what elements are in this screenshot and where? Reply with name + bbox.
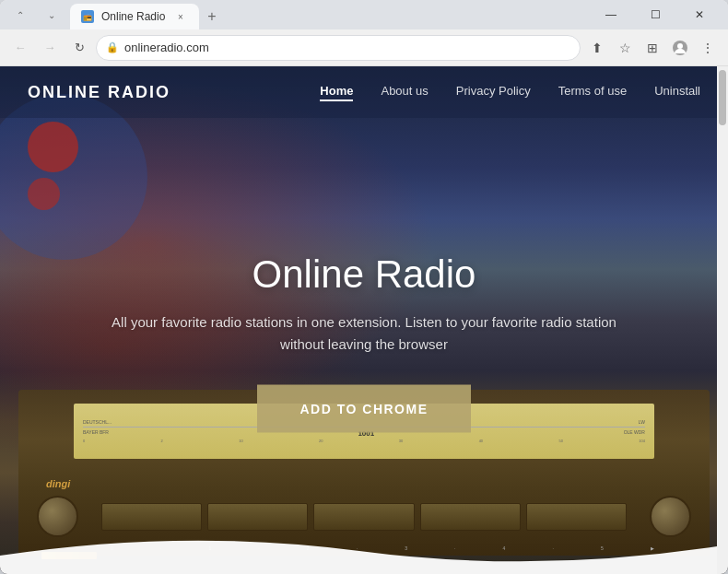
hero-subtitle: All your favorite radio stations in one … [88, 310, 640, 355]
nav-link-terms[interactable]: Terms of use [558, 84, 627, 101]
hero-title: Online Radio [88, 252, 640, 296]
browser-window: ⌃ ⌄ 📻 Online Radio × + — ☐ ✕ ← → ↻ [0, 0, 728, 574]
nav-link-about[interactable]: About us [381, 84, 428, 101]
active-tab[interactable]: 📻 Online Radio × [70, 4, 199, 29]
new-tab-button[interactable]: + [199, 4, 225, 29]
dot-small [28, 178, 60, 210]
bookmark-button[interactable]: ☆ [612, 35, 638, 61]
wave-bottom [0, 528, 717, 574]
hero-section: DEUTSCHL... LW BAYER BFR 1001 OLE WDR 02… [0, 66, 728, 574]
add-to-chrome-button[interactable]: ADD TO CHROME [257, 384, 470, 432]
tab-area: 📻 Online Radio × + [70, 0, 225, 29]
minimize-button[interactable]: — [590, 0, 632, 29]
extensions-button[interactable]: ⊞ [640, 35, 665, 61]
radio-preset-1 [101, 503, 202, 531]
nav-links: Home About us Privacy Policy Terms of us… [320, 84, 700, 101]
dingi-brand-text: dingi [46, 478, 70, 489]
chevron-up-icon[interactable]: ⌃ [7, 2, 33, 28]
scrollbar-thumb[interactable] [719, 70, 726, 125]
window-controls: — ☐ ✕ [590, 0, 721, 29]
radio-preset-4 [420, 503, 521, 531]
address-bar[interactable]: 🔒 onlineradio.com [96, 35, 581, 61]
dot-large [28, 122, 78, 172]
chevron-down-icon[interactable]: ⌄ [39, 2, 65, 28]
back-button[interactable]: ← [7, 35, 33, 61]
tab-title: Online Radio [101, 10, 165, 23]
tab-favicon: 📻 [81, 10, 94, 23]
site-logo: ONLINE RADIO [28, 83, 170, 102]
reload-button[interactable]: ↻ [66, 35, 92, 61]
nav-link-uninstall[interactable]: Uninstall [654, 84, 700, 101]
hero-content: Online Radio All your favorite radio sta… [88, 252, 640, 432]
radio-preset-5 [526, 503, 627, 531]
tab-close-button[interactable]: × [173, 9, 188, 24]
share-button[interactable]: ⬆ [584, 35, 610, 61]
scrollbar[interactable] [717, 66, 728, 574]
title-bar-left: ⌃ ⌄ 📻 Online Radio × + [7, 0, 590, 29]
browser-toolbar: ← → ↻ 🔒 onlineradio.com ⬆ ☆ ⊞ ⋮ [0, 29, 728, 66]
nav-link-home[interactable]: Home [320, 84, 353, 101]
toolbar-actions: ⬆ ☆ ⊞ ⋮ [584, 35, 721, 61]
profile-button[interactable] [667, 35, 693, 61]
title-bar: ⌃ ⌄ 📻 Online Radio × + — ☐ ✕ [0, 0, 728, 29]
maximize-button[interactable]: ☐ [634, 0, 676, 29]
watermark-dots [28, 122, 78, 210]
forward-button[interactable]: → [37, 35, 63, 61]
nav-link-privacy[interactable]: Privacy Policy [456, 84, 531, 101]
lock-icon: 🔒 [106, 41, 119, 53]
address-text: onlineradio.com [124, 41, 209, 54]
svg-point-1 [677, 43, 683, 49]
close-button[interactable]: ✕ [678, 0, 721, 29]
site-nav: ONLINE RADIO Home About us Privacy Polic… [0, 66, 728, 118]
menu-button[interactable]: ⋮ [695, 35, 721, 61]
page-content: DEUTSCHL... LW BAYER BFR 1001 OLE WDR 02… [0, 66, 728, 574]
radio-preset-2 [207, 503, 308, 531]
radio-preset-3 [313, 503, 414, 531]
